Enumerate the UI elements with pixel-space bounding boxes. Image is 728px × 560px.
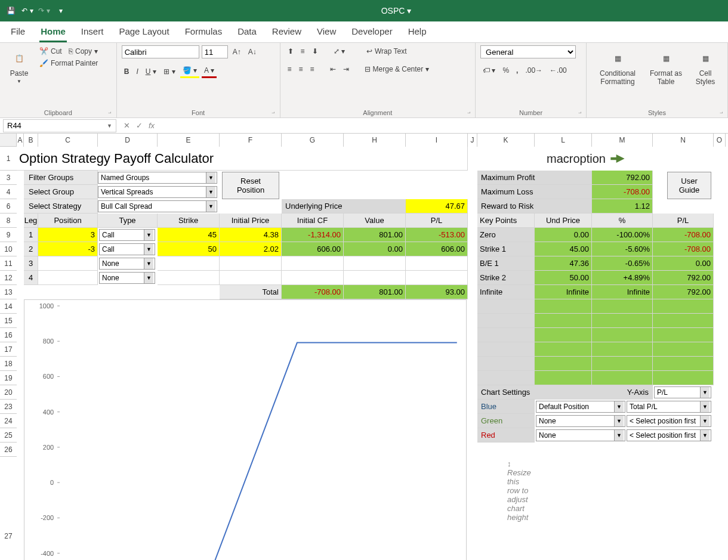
col-header[interactable]: J [468,134,477,147]
leg-type-select[interactable]: None▼ [99,272,155,284]
leg-type-select[interactable]: Call▼ [99,243,155,255]
row-header[interactable]: 6 [0,199,17,214]
cut-button[interactable]: ✂️Cut [37,45,64,57]
row-header[interactable]: 9 [0,228,17,242]
qat-dropdown-icon[interactable]: ▾ [54,4,68,18]
leg-type-select[interactable]: Call▼ [99,229,155,241]
col-header[interactable]: K [477,134,535,147]
decrease-indent-icon[interactable]: ⇤ [328,63,338,75]
italic-button[interactable]: I [134,66,140,78]
format-as-table-button[interactable]: ▦Format as Table [644,45,688,89]
increase-font-icon[interactable]: A↑ [230,46,243,58]
tab-data[interactable]: Data [236,23,258,42]
borders-button[interactable]: ⊞ ▾ [161,66,177,78]
cell-styles-button[interactable]: ▦Cell Styles [688,45,723,89]
decrease-decimal-icon[interactable]: ←.00 [547,64,569,76]
reset-position-button[interactable]: Reset Position [222,172,279,199]
row-header[interactable]: 19 [0,371,17,385]
decrease-font-icon[interactable]: A↓ [246,46,259,58]
format-painter-button[interactable]: 🖌️Format Painter [37,57,100,69]
number-format-select[interactable]: General [480,45,576,58]
row-header[interactable]: 8 [0,214,17,228]
merge-center-button[interactable]: ⊟Merge & Center ▾ [362,63,432,75]
chart-position-select[interactable]: None▼ [536,429,625,441]
row-header[interactable]: 27 [0,457,17,560]
tab-view[interactable]: View [316,23,337,42]
row-header[interactable]: 4 [0,185,17,199]
col-header[interactable]: A [17,134,24,147]
align-bottom-icon[interactable]: ⬇ [310,45,320,57]
leg-type-select[interactable]: None▼ [99,258,155,270]
row-header[interactable]: 16 [0,328,17,342]
col-header[interactable]: L [535,134,592,147]
row-header[interactable]: 17 [0,342,17,357]
accept-formula-icon[interactable]: ✓ [136,121,143,130]
align-center-icon[interactable]: ≡ [297,63,306,75]
font-color-button[interactable]: A ▾ [202,64,217,78]
col-header[interactable]: N [653,134,714,147]
formula-input[interactable] [161,119,728,132]
filter-groups-select[interactable]: Named Groups▼ [98,172,217,184]
percent-icon[interactable]: % [500,64,511,76]
save-icon[interactable]: 💾 [4,4,18,18]
row-header[interactable]: 11 [0,256,17,271]
leg-strike[interactable]: 50 [158,242,220,256]
col-header[interactable]: H [344,134,406,147]
currency-icon[interactable]: 🏷 ▾ [480,64,498,76]
copy-button[interactable]: ⎘Copy ▾ [66,45,100,57]
row-header[interactable]: 3 [0,171,17,185]
chart-series-select[interactable]: Total P/L▼ [627,401,711,413]
bold-button[interactable]: B [122,66,132,78]
row-header[interactable]: 14 [0,299,17,314]
leg-initial-price[interactable]: 2.02 [220,242,282,256]
chart-series-select[interactable]: < Select position first▼ [627,415,711,427]
leg-strike[interactable] [158,256,220,271]
col-header[interactable]: D [98,134,158,147]
fx-icon[interactable]: fx [149,121,155,130]
fill-color-button[interactable]: 🪣 ▾ [180,64,199,78]
font-name-select[interactable] [122,45,199,58]
leg-initial-price[interactable] [220,271,282,285]
worksheet[interactable]: ABCDEFGHIJKLMNO 134689101112131415161718… [0,134,728,560]
col-header[interactable]: B [24,134,38,147]
col-header[interactable]: G [282,134,344,147]
tab-insert[interactable]: Insert [80,23,105,42]
select-strategy-select[interactable]: Bull Call Spread▼ [98,200,217,212]
orientation-icon[interactable]: ⤢ ▾ [331,45,347,57]
row-header[interactable]: 1 [0,147,17,171]
name-box[interactable]: R44▼ [3,119,116,132]
tab-developer[interactable]: Developer [350,23,393,42]
undo-icon[interactable]: ↶ ▾ [20,4,35,18]
underline-button[interactable]: U ▾ [143,66,159,78]
tab-file[interactable]: File [10,23,26,42]
leg-initial-price[interactable] [220,256,282,271]
tab-help[interactable]: Help [407,23,428,42]
row-header[interactable]: 23 [0,400,17,414]
leg-strike[interactable] [158,271,220,285]
conditional-formatting-button[interactable]: ▦Conditional Formatting [591,45,644,89]
col-header[interactable]: O [714,134,726,147]
comma-icon[interactable]: , [514,64,520,76]
row-header[interactable]: 24 [0,414,17,428]
leg-position[interactable] [38,256,98,271]
leg-position[interactable]: -3 [38,242,98,256]
user-guide-button[interactable]: User Guide [667,172,711,199]
col-header[interactable]: M [592,134,653,147]
tab-home[interactable]: Home [39,23,67,42]
align-right-icon[interactable]: ≡ [308,63,317,75]
align-left-icon[interactable]: ≡ [285,63,294,75]
leg-position[interactable]: 3 [38,228,98,242]
increase-decimal-icon[interactable]: .00→ [523,64,545,76]
tab-page-layout[interactable]: Page Layout [118,23,170,42]
chart-series-select[interactable]: < Select position first▼ [627,429,711,441]
leg-initial-price[interactable]: 4.38 [220,228,282,242]
yaxis-select[interactable]: P/L▼ [654,386,711,398]
wrap-text-button[interactable]: ↩Wrap Text [364,45,409,57]
increase-indent-icon[interactable]: ⇥ [341,63,351,75]
font-size-select[interactable] [202,45,228,58]
row-header[interactable]: 25 [0,428,17,443]
select-group-select[interactable]: Vertical Spreads▼ [98,186,217,198]
select-all-corner[interactable] [0,134,17,147]
tab-formulas[interactable]: Formulas [184,23,224,42]
cancel-formula-icon[interactable]: ✕ [124,121,130,130]
